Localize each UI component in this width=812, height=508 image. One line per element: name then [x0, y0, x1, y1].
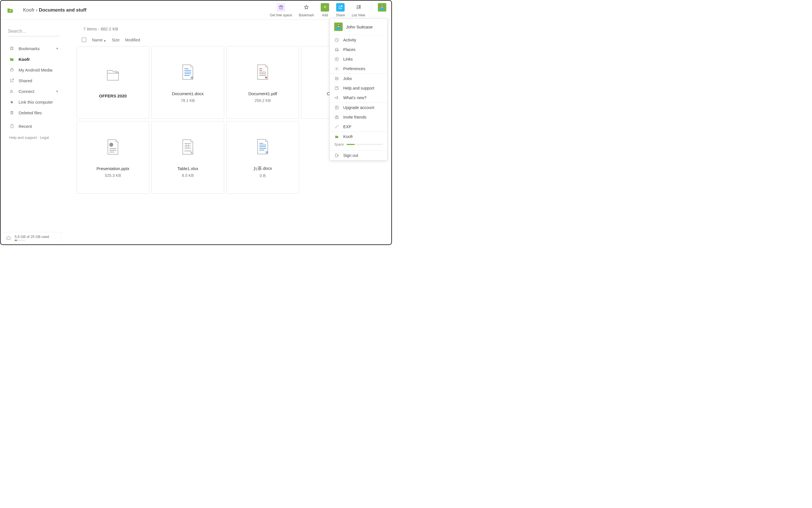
menu-signout[interactable]: Sign out — [330, 151, 387, 160]
file-name: Document1.docx — [172, 91, 204, 96]
chevron-down-icon: ▼ — [56, 90, 58, 93]
pptx-icon — [105, 137, 121, 157]
sidebar-item-label: My Android Media — [18, 68, 52, 72]
col-size[interactable]: Size — [112, 38, 119, 42]
svg-point-3 — [359, 7, 360, 8]
file-tile[interactable]: W Document1.docx 78.1 KB — [152, 46, 224, 119]
svg-point-15 — [336, 68, 337, 69]
sidebar-footer: Help and support · Legal — [7, 131, 62, 140]
sort-asc-icon: ▲ — [103, 39, 106, 42]
menu-space-row: Space — [330, 141, 387, 151]
sidebar-item-koofr[interactable]: Koofr — [7, 54, 62, 65]
header-actions: Get free space Bookmark + Add Share List… — [266, 3, 386, 17]
file-name: Table1.xlsx — [177, 166, 198, 171]
breadcrumb-root[interactable]: Koofr — [23, 7, 35, 13]
docx-icon: W — [180, 62, 196, 82]
help-link[interactable]: Help and support — [9, 135, 37, 140]
user-menu: John Suitcase Activity Places Links Pref… — [330, 18, 387, 161]
add-button[interactable]: + Add — [317, 3, 333, 17]
sidebar-item-label: Bookmarks — [18, 46, 40, 51]
menu-activity[interactable]: Activity — [330, 35, 387, 45]
menu-upgrade[interactable]: Upgrade account — [330, 103, 387, 112]
external-link-icon — [336, 3, 345, 11]
menu-preferences[interactable]: Preferences — [330, 64, 387, 74]
user-avatar[interactable] — [378, 3, 386, 11]
menu-whatsnew[interactable]: What's new? — [330, 93, 387, 102]
sidebar-item-deleted[interactable]: Deleted files — [7, 107, 62, 118]
exp-icon — [334, 124, 339, 129]
divider — [372, 3, 372, 12]
breadcrumb-current: Documents and stuff — [39, 7, 86, 13]
menu-koofr[interactable]: Koofr — [330, 132, 387, 141]
storage-status[interactable]: 5.6 GB of 25 GB used — [2, 232, 61, 243]
gear-icon — [334, 66, 339, 71]
menu-links[interactable]: Links — [330, 54, 387, 64]
file-icon — [9, 123, 15, 129]
help-icon — [334, 86, 339, 91]
col-modified[interactable]: Modified — [125, 38, 140, 42]
svg-text:W: W — [190, 76, 194, 79]
sidebar-item-label: Koofr — [18, 57, 30, 62]
app-logo[interactable] — [6, 6, 15, 15]
bag-icon — [9, 56, 15, 62]
list-icon — [334, 76, 339, 81]
pdf-icon — [255, 62, 270, 82]
storage-bar — [15, 240, 25, 241]
get-free-space-button[interactable]: Get free space — [266, 3, 295, 17]
list-view-button[interactable]: List View — [348, 3, 369, 17]
menu-exp[interactable]: EXP — [330, 122, 387, 131]
svg-rect-1 — [279, 6, 283, 6]
list-view-icon — [354, 3, 362, 11]
legal-link[interactable]: Legal — [40, 135, 49, 140]
sidebar-item-label: Deleted files — [18, 111, 42, 115]
sidebar-item-recent[interactable]: Recent — [7, 121, 62, 131]
upload-icon — [334, 56, 339, 62]
file-size: 78.1 KB — [181, 98, 195, 103]
menu-invite[interactable]: Invite friends — [330, 112, 387, 122]
share-icon — [9, 78, 15, 83]
chevron-down-icon: ▼ — [56, 47, 58, 50]
sidebar-item-label: Link this computer — [18, 100, 53, 104]
sidebar-item-android[interactable]: My Android Media — [7, 65, 62, 75]
sidebar-item-connect[interactable]: Connect ▼ — [7, 86, 62, 96]
sidebar-item-shared[interactable]: Shared — [7, 75, 62, 86]
star-icon — [302, 3, 310, 11]
xlsx-icon: X — [180, 137, 196, 157]
file-size: 525.3 KB — [105, 173, 121, 178]
menu-jobs[interactable]: Jobs — [330, 74, 387, 83]
clock-icon — [334, 37, 339, 43]
user-avatar-icon — [334, 23, 343, 31]
svg-point-5 — [10, 92, 11, 93]
file-size: 0 B — [260, 173, 265, 178]
search-input[interactable] — [7, 27, 59, 36]
svg-text:W: W — [265, 151, 268, 154]
upgrade-icon — [334, 105, 339, 110]
svg-text:X: X — [190, 151, 193, 154]
menu-user-row[interactable]: John Suitcase — [330, 18, 387, 35]
breadcrumb: Koofr › Documents and stuff — [23, 7, 86, 13]
bookmark-button[interactable]: Bookmark — [295, 3, 317, 17]
svg-point-13 — [338, 50, 338, 50]
plus-icon: + — [321, 3, 329, 11]
menu-help[interactable]: Help and support — [330, 83, 387, 93]
file-tile[interactable]: X Table1.xlsx 8.5 KB — [152, 121, 224, 194]
android-icon — [9, 67, 15, 73]
share-button[interactable]: Share — [333, 3, 348, 17]
file-tile[interactable]: W お茶.docx 0 B — [226, 121, 299, 194]
sidebar-item-link-computer[interactable]: Link this computer — [7, 96, 62, 107]
select-all-checkbox[interactable] — [82, 37, 86, 42]
user-name: John Suitcase — [346, 25, 373, 29]
sidebar-item-label: Connect — [18, 89, 34, 94]
sidebar-item-bookmarks[interactable]: Bookmarks ▼ — [7, 43, 62, 54]
file-tile[interactable]: Presentation.pptx 525.3 KB — [77, 121, 149, 194]
col-name[interactable]: Name▲ — [92, 38, 106, 42]
menu-places[interactable]: Places — [330, 45, 387, 54]
sidebar-item-label: Shared — [18, 78, 32, 83]
megaphone-icon — [334, 95, 339, 100]
docx-icon: W — [255, 137, 270, 156]
cloud-icon — [6, 235, 11, 241]
file-tile[interactable]: Document1.pdf 259.2 KB — [226, 46, 299, 119]
file-tile[interactable]: OFFERS 2020 — [77, 46, 149, 119]
file-name: お茶.docx — [253, 166, 272, 171]
apple-icon — [9, 99, 15, 105]
